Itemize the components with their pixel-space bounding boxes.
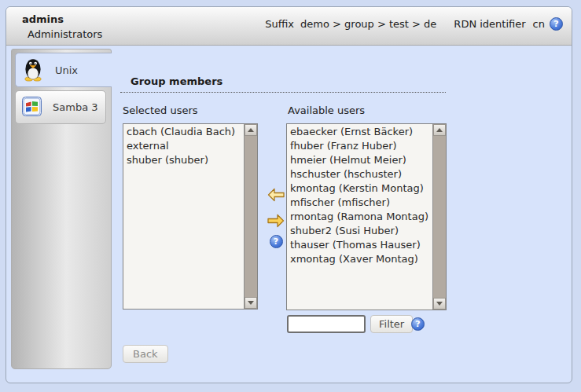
page-title: admins	[22, 13, 64, 25]
list-item[interactable]: ebaecker (Ernst Bäcker)	[289, 125, 431, 139]
triangle-up-icon	[248, 128, 254, 132]
available-users-listbox[interactable]: ebaecker (Ernst Bäcker)fhuber (Franz Hub…	[286, 123, 447, 310]
filter-button[interactable]: Filter	[370, 315, 413, 333]
list-item[interactable]: external	[125, 139, 242, 153]
windows-logo-icon	[22, 97, 42, 119]
tab-samba3-label: Samba 3	[53, 101, 98, 113]
rdn-label: RDN identifier	[454, 18, 525, 30]
move-to-selected-button[interactable]	[267, 188, 285, 202]
triangle-down-icon	[248, 301, 254, 305]
selected-users-listbox[interactable]: cbach (Claudia Bach)externalshuber (shub…	[123, 123, 258, 310]
selected-users-options: cbach (Claudia Bach)externalshuber (shub…	[123, 124, 244, 309]
rdn-value: cn	[533, 18, 545, 30]
list-item[interactable]: hschuster (hschuster)	[289, 167, 431, 181]
suffix-label: Suffix	[265, 18, 294, 30]
list-item[interactable]: rmontag (Ramona Montag)	[289, 210, 431, 224]
group-members-heading: Group members	[120, 75, 446, 93]
move-to-available-button[interactable]	[267, 214, 285, 228]
list-item[interactable]: kmontag (Kerstin Montag)	[289, 181, 431, 196]
list-item[interactable]: shuber2 (Susi Huber)	[289, 224, 431, 238]
tab-samba3[interactable]: Samba 3	[15, 90, 106, 124]
available-users-label: Available users	[288, 104, 365, 116]
header-meta: Suffix demo > group > test > de RDN iden…	[265, 17, 563, 31]
tab-unix[interactable]: Unix	[15, 53, 112, 87]
scroll-up-button[interactable]	[433, 124, 446, 136]
list-item[interactable]: shuber (shuber)	[125, 153, 242, 167]
page-subtitle: Administrators	[28, 28, 102, 40]
rdn-help-icon[interactable]: ?	[550, 17, 563, 31]
scroll-up-button[interactable]	[245, 124, 257, 136]
triangle-down-icon	[436, 302, 443, 306]
selected-users-scrollbar[interactable]	[244, 124, 257, 309]
main-dialog: admins Administrators Suffix demo > grou…	[6, 6, 572, 383]
list-item[interactable]: cbach (Claudia Bach)	[125, 125, 242, 139]
list-item[interactable]: thauser (Thomas Hauser)	[289, 238, 431, 252]
back-button[interactable]: Back	[123, 345, 168, 363]
scroll-down-button[interactable]	[433, 298, 446, 310]
available-users-scrollbar[interactable]	[432, 124, 446, 310]
module-sidebar: Unix Samba 3	[11, 49, 112, 369]
tab-unix-label: Unix	[55, 64, 78, 76]
left-arrow-icon	[267, 188, 285, 202]
filter-help-icon[interactable]: ?	[411, 317, 425, 331]
list-item[interactable]: fhuber (Franz Huber)	[289, 139, 431, 153]
filter-input[interactable]	[287, 315, 366, 333]
header-bar: admins Administrators Suffix demo > grou…	[6, 7, 572, 46]
triangle-up-icon	[436, 128, 443, 132]
list-item[interactable]: hmeier (Helmut Meier)	[289, 153, 431, 167]
members-help-icon[interactable]: ?	[270, 235, 283, 248]
list-item[interactable]: mfischer (mfischer)	[289, 196, 431, 210]
selected-users-label: Selected users	[123, 104, 198, 116]
scroll-down-button[interactable]	[245, 297, 257, 309]
list-item[interactable]: xmontag (Xaver Montag)	[289, 252, 431, 266]
right-arrow-icon	[267, 214, 285, 228]
tux-penguin-icon	[22, 56, 44, 84]
suffix-breadcrumb: demo > group > test > de	[300, 18, 436, 30]
transfer-controls: ?	[266, 188, 286, 248]
available-users-options: ebaecker (Ernst Bäcker)fhuber (Franz Hub…	[287, 124, 432, 310]
